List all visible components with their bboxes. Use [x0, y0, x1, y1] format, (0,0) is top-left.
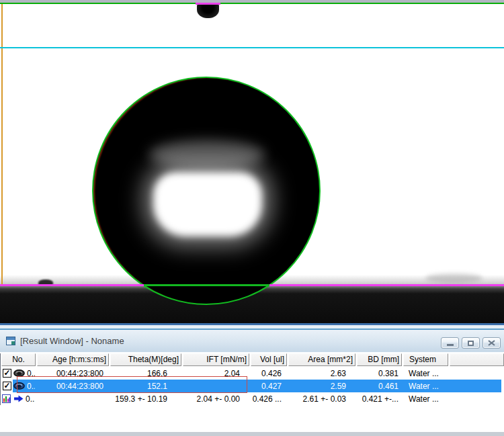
result-window-titlebar[interactable]: [Result Window] - Noname — [0, 330, 504, 352]
app-root: [Result Window] - Noname No. Age [h: — [0, 0, 504, 436]
cell-bd: 0.381 — [356, 369, 401, 378]
cell-vol: 0.427 — [250, 382, 286, 391]
contact-chord-line — [144, 284, 269, 286]
camera-view — [0, 0, 504, 323]
result-window-title: [Result Window] - Noname — [20, 336, 124, 346]
left-edge-line — [1, 4, 3, 286]
surface-debris — [425, 273, 482, 283]
column-header-vol[interactable]: Vol [ul] — [251, 353, 287, 366]
window-controls — [441, 337, 501, 349]
cell-area: 2.61 +- 0.03 — [288, 394, 355, 404]
result-window-icon[interactable] — [6, 336, 15, 345]
minimize-button[interactable] — [441, 337, 459, 349]
result-window: [Result Window] - Noname No. Age [h: — [0, 329, 504, 436]
table-header: No. Age [h:m:s:ms] Theta(M)[deg] IFT [mN… — [1, 353, 504, 366]
close-button[interactable] — [482, 337, 501, 349]
column-header-age[interactable]: Age [h:m:s:ms] — [37, 353, 109, 366]
restore-button[interactable] — [462, 337, 480, 349]
column-header-empty[interactable] — [450, 353, 504, 366]
droplet-reflection — [153, 172, 262, 236]
bar-chart-icon — [2, 394, 11, 403]
needle-top-marker — [196, 3, 220, 5]
window-bottom-edge — [0, 432, 504, 436]
needle-tip — [197, 4, 219, 18]
column-header-system[interactable]: System — [403, 353, 448, 366]
column-header-theta[interactable]: Theta(M)[deg] — [110, 353, 181, 366]
cell-theta: 159.3 +- 10.19 — [110, 394, 181, 404]
cell-system: Water ... — [403, 394, 448, 404]
close-icon — [488, 340, 495, 346]
column-header-area[interactable]: Area [mm*2] — [288, 353, 355, 366]
restore-icon — [468, 341, 474, 346]
arrow-right-icon — [14, 395, 24, 402]
row-checkbox[interactable]: ✓ — [3, 382, 11, 390]
cell-system: Water ... — [403, 369, 448, 378]
column-header-no[interactable]: No. — [1, 353, 36, 366]
minimize-icon — [447, 344, 454, 346]
cell-system: Water ... — [403, 382, 448, 391]
highlight-annotation-rect — [17, 376, 247, 393]
column-header-ift[interactable]: IFT [mN/m] — [183, 353, 249, 366]
cell-area: 2.63 — [288, 369, 355, 378]
top-reference-line — [0, 3, 504, 4]
cell-bd: 0.421 +-... — [356, 394, 401, 404]
table-row-statistics[interactable]: 0... 159.3 +- 10.19 2.04 +- 0.00 0.426 .… — [1, 392, 504, 405]
droplet-with-fit-circle — [92, 77, 321, 305]
cell-vol: 0.426 — [250, 369, 286, 378]
row-checkbox[interactable]: ✓ — [3, 369, 11, 378]
horizontal-guide-line — [0, 47, 504, 48]
column-header-bd[interactable]: BD [mm] — [357, 353, 402, 366]
cell-vol: 0.426 ... — [250, 394, 286, 404]
droplet-upper-glow — [149, 140, 265, 169]
cell-ift: 2.04 +- 0.00 — [182, 394, 249, 404]
cell-area: 2.59 — [288, 382, 355, 391]
row-id-cell: 0... — [1, 392, 35, 405]
cell-bd: 0.461 — [356, 382, 401, 391]
row-number: 0... — [26, 394, 35, 404]
